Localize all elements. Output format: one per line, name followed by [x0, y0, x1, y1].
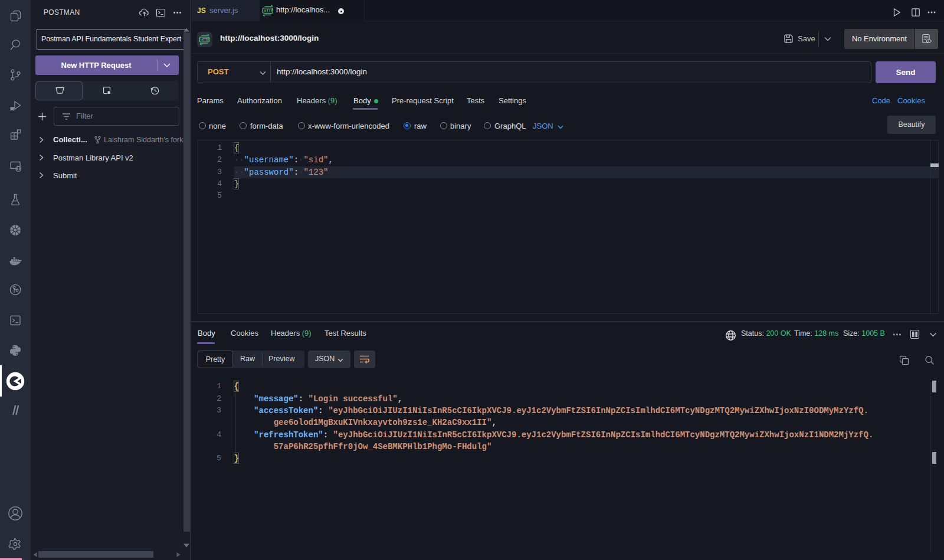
svg-text:HTTP: HTTP [201, 38, 209, 41]
svg-text:HTTP: HTTP [264, 9, 273, 12]
